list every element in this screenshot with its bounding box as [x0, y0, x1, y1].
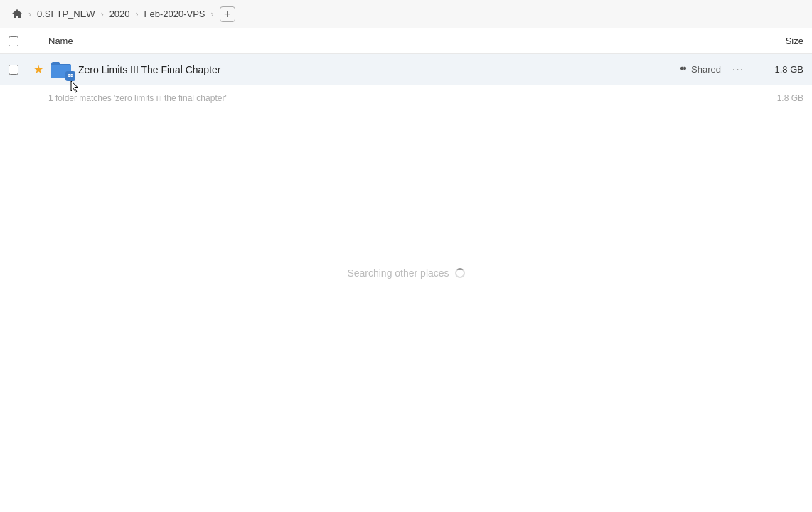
link-icon — [67, 73, 74, 80]
folder-icon-wrapper — [50, 60, 73, 80]
row-actions: Shared ··· — [678, 61, 747, 78]
size-column-header: Size — [747, 36, 803, 46]
shared-label: Shared — [678, 64, 721, 75]
select-all-checkbox-col — [9, 36, 28, 46]
loading-spinner — [455, 268, 465, 278]
more-options-button[interactable]: ··· — [730, 61, 747, 78]
file-size: 1.8 GB — [747, 64, 803, 75]
column-header: Name Size — [0, 28, 812, 54]
row-star-col[interactable]: ★ — [28, 63, 48, 76]
select-all-checkbox[interactable] — [9, 36, 18, 46]
star-icon[interactable]: ★ — [33, 63, 43, 76]
breadcrumb-sep-1: › — [28, 9, 31, 19]
home-icon — [11, 9, 23, 20]
home-button[interactable] — [9, 6, 26, 23]
add-breadcrumb-button[interactable]: + — [220, 6, 235, 22]
breadcrumb-sep-3: › — [136, 9, 139, 19]
shared-text: Shared — [691, 64, 721, 75]
folder-icon-col — [48, 60, 74, 80]
row-checkbox-col — [9, 65, 28, 75]
breadcrumb-sep-4: › — [211, 9, 214, 19]
breadcrumb-bar: › 0.SFTP_NEW › 2020 › Feb-2020-VPS › + — [0, 0, 812, 28]
searching-text: Searching other places — [347, 267, 449, 279]
link-shared-icon — [678, 65, 688, 75]
file-row[interactable]: ★ Zero Limits III The Final Chapter Shar… — [0, 54, 812, 85]
row-checkbox[interactable] — [9, 65, 18, 75]
breadcrumb-sep-2: › — [101, 9, 104, 19]
name-column-header: Name — [48, 36, 747, 46]
summary-text: 1 folder matches 'zero limits iii the fi… — [48, 93, 747, 103]
summary-size: 1.8 GB — [747, 93, 803, 103]
file-name[interactable]: Zero Limits III The Final Chapter — [78, 64, 678, 75]
breadcrumb-item-sftp[interactable]: 0.SFTP_NEW — [34, 7, 98, 21]
link-badge — [65, 71, 75, 81]
breadcrumb-item-2020[interactable]: 2020 — [107, 7, 133, 21]
searching-area: Searching other places — [0, 267, 812, 279]
summary-row: 1 folder matches 'zero limits iii the fi… — [0, 85, 812, 111]
breadcrumb-item-feb[interactable]: Feb-2020-VPS — [141, 7, 208, 21]
